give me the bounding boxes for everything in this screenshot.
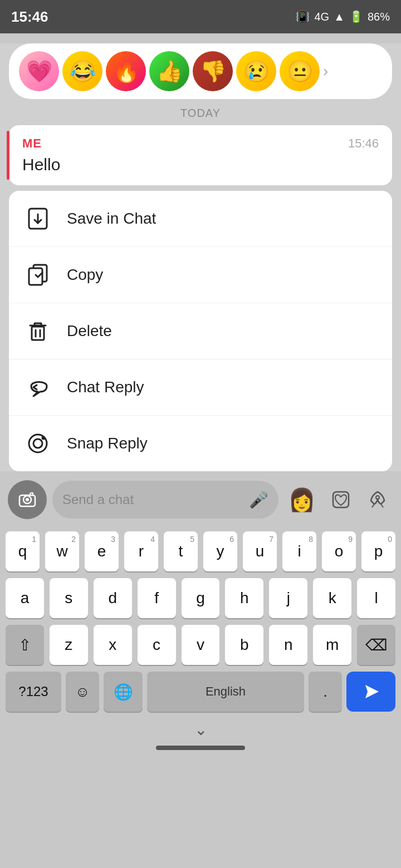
- chat-reply-item[interactable]: Chat Reply: [9, 359, 392, 416]
- message-bubble: ME 15:46 Hello: [9, 125, 392, 185]
- emoji-strip[interactable]: 💗 😂 🔥 👍 👎 😢 😐 ›: [9, 43, 392, 99]
- key-emoji[interactable]: ☺: [66, 672, 99, 712]
- key-s[interactable]: s: [50, 578, 88, 618]
- emoji-avatar-7[interactable]: 😐: [280, 51, 320, 91]
- key-d[interactable]: d: [94, 578, 132, 618]
- bottom-nav: ⌄: [0, 715, 401, 757]
- emoji-avatar-1[interactable]: 💗: [19, 51, 59, 91]
- key-w[interactable]: w2: [45, 531, 79, 571]
- status-bar: 15:46 📳 4G ▲ 🔋 86%: [0, 0, 401, 33]
- key-h[interactable]: h: [225, 578, 263, 618]
- message-left-bar: [7, 131, 9, 180]
- network-icon: 4G: [314, 11, 329, 23]
- key-n[interactable]: n: [269, 625, 307, 665]
- svg-point-8: [33, 439, 42, 448]
- svg-point-11: [26, 498, 29, 501]
- keyboard-bottom-row: ?123 ☺ 🌐 English .: [0, 668, 401, 715]
- home-indicator: [156, 746, 245, 750]
- copy-label: Copy: [67, 266, 103, 284]
- delete-icon: [25, 318, 51, 344]
- key-q[interactable]: q1: [6, 531, 40, 571]
- emoji-avatar-5[interactable]: 👎: [193, 51, 233, 91]
- snap-reply-item[interactable]: Snap Reply: [9, 416, 392, 471]
- message-time: 15:46: [348, 136, 379, 151]
- copy-item[interactable]: Copy: [9, 247, 392, 303]
- snap-reply-icon: [25, 430, 51, 457]
- key-a[interactable]: a: [6, 578, 44, 618]
- key-x[interactable]: x: [94, 625, 132, 665]
- keyboard-row-1: q1 w2 e3 r4 t5 y6 u7 i8 o9 p0: [0, 528, 401, 575]
- copy-icon: [25, 262, 51, 288]
- message-text: Hello: [22, 155, 379, 174]
- key-m[interactable]: m: [313, 625, 351, 665]
- svg-point-9: [42, 437, 45, 439]
- battery-icon: 🔋: [349, 10, 363, 23]
- key-b[interactable]: b: [225, 625, 263, 665]
- main-content: 💗 😂 🔥 👍 👎 😢 😐 › TODAY ME 15:46 Hello: [0, 43, 401, 471]
- key-o[interactable]: o9: [322, 531, 356, 571]
- key-j[interactable]: j: [269, 578, 307, 618]
- keyboard: q1 w2 e3 r4 t5 y6 u7 i8 o9 p0 a s d f g …: [0, 528, 401, 715]
- snap-reply-label: Snap Reply: [67, 435, 148, 452]
- key-send[interactable]: [346, 672, 395, 712]
- key-e[interactable]: e3: [85, 531, 119, 571]
- emoji-avatar-6[interactable]: 😢: [236, 51, 276, 91]
- status-time: 15:46: [11, 8, 48, 26]
- chevron-down-icon[interactable]: ⌄: [194, 721, 207, 739]
- battery-percent: 86%: [368, 11, 390, 23]
- emoji-avatar-3[interactable]: 🔥: [106, 51, 146, 91]
- delete-item[interactable]: Delete: [9, 303, 392, 359]
- key-f[interactable]: f: [138, 578, 176, 618]
- key-p[interactable]: p0: [361, 531, 395, 571]
- sticker-button[interactable]: [325, 484, 356, 515]
- key-u[interactable]: u7: [243, 531, 277, 571]
- key-backspace[interactable]: ⌫: [357, 625, 395, 665]
- context-menu: Save in Chat Copy: [9, 191, 392, 471]
- bitmoji-button[interactable]: 👩: [284, 482, 320, 517]
- svg-rect-4: [32, 327, 44, 340]
- keyboard-row-3: ⇧ z x c v b n m ⌫: [0, 622, 401, 668]
- key-r[interactable]: r4: [124, 531, 158, 571]
- save-in-chat-label: Save in Chat: [67, 210, 156, 228]
- svg-point-14: [376, 496, 379, 499]
- message-header: ME 15:46: [22, 136, 379, 151]
- save-in-chat-item[interactable]: Save in Chat: [9, 191, 392, 247]
- key-globe[interactable]: 🌐: [104, 672, 143, 712]
- vibrate-icon: 📳: [296, 10, 310, 23]
- message-sender: ME: [22, 136, 42, 151]
- key-v[interactable]: v: [182, 625, 220, 665]
- more-emojis-icon[interactable]: ›: [323, 62, 328, 80]
- key-t[interactable]: t5: [164, 531, 198, 571]
- key-period[interactable]: .: [309, 672, 342, 712]
- camera-button[interactable]: [8, 480, 47, 519]
- key-z[interactable]: z: [50, 625, 88, 665]
- chat-input-bar: Send a chat 🎤 👩: [0, 471, 401, 528]
- mic-icon[interactable]: 🎤: [249, 491, 268, 509]
- chat-reply-icon: [25, 374, 51, 401]
- emoji-avatar-2[interactable]: 😂: [62, 51, 102, 91]
- key-y[interactable]: y6: [203, 531, 237, 571]
- key-k[interactable]: k: [313, 578, 351, 618]
- emoji-avatar-4[interactable]: 👍: [149, 51, 189, 91]
- save-in-chat-icon: [25, 205, 51, 232]
- chat-reply-label: Chat Reply: [67, 378, 144, 396]
- rocket-button[interactable]: [362, 484, 393, 515]
- svg-marker-15: [365, 685, 379, 698]
- key-i[interactable]: i8: [282, 531, 316, 571]
- signal-icon: ▲: [334, 11, 345, 23]
- status-icons: 📳 4G ▲ 🔋 86%: [296, 10, 390, 23]
- today-label: TODAY: [0, 99, 401, 125]
- key-shift[interactable]: ⇧: [6, 625, 44, 665]
- delete-label: Delete: [67, 322, 112, 340]
- key-symbols[interactable]: ?123: [6, 672, 61, 712]
- svg-rect-3: [29, 268, 42, 285]
- keyboard-row-2: a s d f g h j k l: [0, 575, 401, 622]
- key-space[interactable]: English: [147, 672, 304, 712]
- chat-input-placeholder[interactable]: Send a chat: [62, 492, 243, 507]
- chat-input-wrapper[interactable]: Send a chat 🎤: [52, 481, 278, 519]
- key-l[interactable]: l: [357, 578, 395, 618]
- key-c[interactable]: c: [138, 625, 176, 665]
- key-g[interactable]: g: [182, 578, 220, 618]
